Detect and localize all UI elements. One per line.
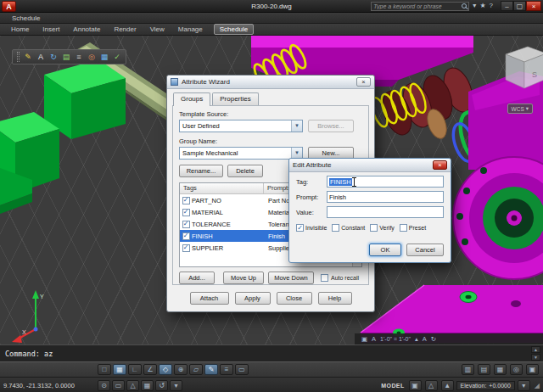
snap-toggle-icon[interactable]: □ bbox=[98, 364, 111, 375]
wcs-selector[interactable]: WCS ▾ bbox=[507, 104, 533, 114]
constant-checkbox[interactable] bbox=[332, 224, 339, 232]
annotation-scale-value[interactable]: 1'-0" = 1'-0" bbox=[380, 336, 411, 342]
ribbon-tab-insert[interactable]: Insert bbox=[40, 25, 62, 34]
group-name-combo[interactable]: Sample Mechanical ▼ bbox=[179, 147, 303, 160]
annotation-auto-icon[interactable]: ▲ bbox=[441, 380, 454, 391]
maximize-button[interactable]: ▢ bbox=[513, 1, 526, 11]
polar-toggle-icon[interactable]: ∠ bbox=[143, 364, 157, 375]
elevation-readout[interactable]: Elevation: +0.0000 bbox=[456, 381, 515, 390]
command-line[interactable]: Command: az ▲ ▼ bbox=[0, 344, 543, 361]
scale-caret-icon[interactable]: ▴ bbox=[415, 335, 418, 343]
status-menu-icon[interactable]: ▾ bbox=[518, 380, 530, 391]
minimize-button[interactable]: – bbox=[501, 1, 513, 11]
ribbon-tab-manage[interactable]: Manage bbox=[176, 25, 205, 34]
workspace-label[interactable]: Schedule bbox=[12, 14, 40, 22]
quick-view-drawings-icon[interactable]: ▤ bbox=[478, 364, 490, 375]
ribbon-tab-annotate[interactable]: Annotate bbox=[70, 25, 103, 34]
rename-button[interactable]: Rename... bbox=[179, 165, 223, 177]
ribbon-tab-schedule[interactable]: Schedule bbox=[214, 24, 254, 35]
verify-checkbox-group[interactable]: Verify bbox=[370, 224, 395, 232]
attribute-checkbox[interactable] bbox=[182, 197, 190, 204]
attribute-checkbox[interactable] bbox=[182, 209, 190, 216]
osnap-toggle-icon[interactable]: ◇ bbox=[159, 364, 172, 375]
delete-button[interactable]: Delete bbox=[227, 165, 263, 177]
attribute-text-icon[interactable]: A bbox=[35, 51, 47, 63]
template-source-combo[interactable]: User Defined ▼ bbox=[179, 120, 303, 132]
resize-grip-icon[interactable]: ◢ bbox=[535, 382, 540, 389]
browse-button[interactable]: Browse... bbox=[308, 120, 354, 132]
combo-arrow-icon[interactable]: ▼ bbox=[291, 120, 302, 132]
model-space-icon[interactable]: ▣ bbox=[361, 335, 367, 343]
prompt-input[interactable]: Finish bbox=[327, 191, 444, 203]
application-menu-button[interactable]: A bbox=[2, 1, 16, 12]
cancel-button[interactable]: Cancel bbox=[406, 244, 444, 256]
grid-toggle-icon[interactable]: ▦ bbox=[113, 364, 126, 375]
attribute-checkbox[interactable] bbox=[182, 244, 190, 252]
ribbon-tab-home[interactable]: Home bbox=[8, 25, 31, 34]
annotation-scale-small-icon[interactable]: △ bbox=[425, 380, 438, 391]
edit-attribute-icon[interactable]: ✎ bbox=[22, 51, 34, 63]
ducs-toggle-icon[interactable]: ▱ bbox=[189, 364, 203, 375]
grid-small-icon[interactable]: ▦ bbox=[141, 380, 154, 391]
close-button[interactable]: × bbox=[526, 1, 541, 11]
dyn-toggle-icon[interactable]: ✎ bbox=[204, 364, 218, 375]
infocenter-search[interactable] bbox=[371, 2, 469, 11]
apply-button[interactable]: Apply bbox=[235, 292, 271, 305]
layout-icon[interactable]: ▭ bbox=[112, 380, 125, 391]
scroll-up-icon[interactable]: ▲ bbox=[531, 346, 540, 353]
add-button[interactable]: Add... bbox=[179, 272, 215, 284]
toolbar-grip[interactable] bbox=[17, 52, 20, 62]
value-input[interactable] bbox=[327, 206, 444, 218]
undo-view-icon[interactable]: ↺ bbox=[155, 380, 168, 391]
auto-annotation-icon[interactable]: ↻ bbox=[431, 335, 436, 343]
tags-column-header[interactable]: Tags bbox=[180, 183, 264, 193]
preset-checkbox[interactable] bbox=[400, 224, 407, 232]
favorites-star-icon[interactable]: ★ bbox=[479, 2, 485, 10]
attribute-wizard-titlebar[interactable]: Attribute Wizard × bbox=[167, 76, 374, 89]
tag-input[interactable]: FINISH bbox=[327, 176, 444, 188]
attribute-checkbox[interactable] bbox=[182, 232, 190, 240]
model-tab-icon[interactable]: ▣ bbox=[409, 380, 422, 391]
show-motion-icon[interactable]: ▣ bbox=[526, 364, 539, 375]
ortho-toggle-icon[interactable]: ∟ bbox=[128, 364, 142, 375]
search-dropdown-icon[interactable]: ▾ bbox=[473, 2, 476, 10]
close-button-wizard[interactable]: Close bbox=[277, 292, 312, 305]
command-prompt-text[interactable]: Command: az bbox=[0, 350, 53, 358]
scale-icon[interactable]: △ bbox=[126, 380, 139, 391]
ok-button[interactable]: OK bbox=[369, 244, 401, 256]
lwt-toggle-icon[interactable]: ≡ bbox=[220, 364, 233, 375]
pan-icon[interactable]: ▦ bbox=[494, 364, 507, 375]
wizard-close-icon[interactable]: × bbox=[356, 77, 371, 87]
preset-checkbox-group[interactable]: Preset bbox=[400, 224, 426, 232]
search-input[interactable] bbox=[373, 3, 462, 9]
quick-view-layouts-icon[interactable]: ▥ bbox=[462, 364, 474, 375]
verify-checkbox[interactable] bbox=[370, 224, 378, 232]
menu-caret-icon[interactable]: ▾ bbox=[170, 380, 182, 391]
edit-close-icon[interactable]: × bbox=[433, 160, 447, 170]
scroll-down-icon[interactable]: ▼ bbox=[531, 354, 540, 361]
attribute-checkbox[interactable] bbox=[182, 221, 190, 228]
select-target-icon[interactable]: ◎ bbox=[86, 51, 98, 63]
constant-checkbox-group[interactable]: Constant bbox=[332, 224, 365, 232]
annotation-visibility-icon[interactable]: A bbox=[423, 335, 427, 343]
coordinates-readout[interactable]: 9.7430, -21.3132, 0.0000 bbox=[3, 382, 97, 389]
search-icon[interactable] bbox=[462, 3, 467, 8]
layer-indicator-icon[interactable]: ⊙ bbox=[98, 380, 110, 391]
move-up-button[interactable]: Move Up bbox=[223, 272, 264, 284]
attribute-list-icon[interactable]: ≡ bbox=[73, 51, 85, 63]
viewcube[interactable]: S bbox=[499, 41, 543, 97]
invisible-checkbox-group[interactable]: Invisible bbox=[296, 224, 327, 232]
command-scrollbar[interactable]: ▲ ▼ bbox=[531, 346, 540, 361]
qp-toggle-icon[interactable]: ▭ bbox=[235, 364, 249, 375]
annotation-scale-icon[interactable]: A bbox=[372, 335, 376, 343]
sync-attributes-icon[interactable]: ↻ bbox=[48, 51, 59, 63]
edit-attribute-titlebar[interactable]: Edit Attribute × bbox=[289, 159, 451, 172]
auto-recall-checkbox[interactable] bbox=[321, 274, 328, 282]
tab-properties[interactable]: Properties bbox=[212, 92, 258, 105]
help-icon[interactable]: ? bbox=[490, 2, 493, 10]
move-down-button[interactable]: Move Down bbox=[268, 272, 314, 284]
steering-wheel-icon[interactable]: ◎ bbox=[510, 364, 523, 375]
otrack-toggle-icon[interactable]: ⊕ bbox=[174, 364, 188, 375]
attribute-table-icon[interactable]: ▤ bbox=[60, 51, 72, 63]
ribbon-tab-render[interactable]: Render bbox=[111, 25, 138, 34]
